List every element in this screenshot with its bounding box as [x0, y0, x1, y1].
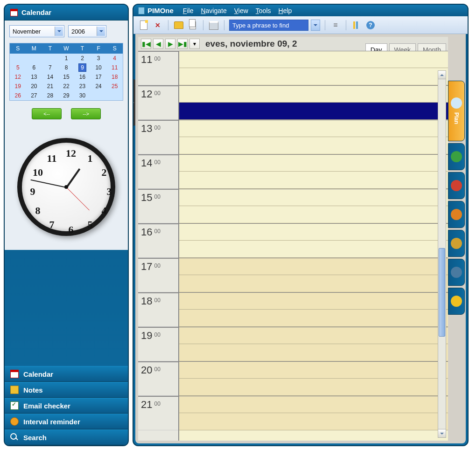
list-button[interactable] [330, 20, 341, 31]
menu-help[interactable]: Help [279, 7, 292, 14]
scroll-down-button[interactable] [438, 429, 446, 437]
time-slot[interactable] [179, 396, 448, 413]
open-button[interactable] [173, 20, 184, 31]
month-select[interactable]: November [9, 25, 64, 37]
scroll-thumb[interactable] [439, 248, 445, 337]
sidebar-item-search[interactable]: Search [5, 429, 128, 445]
cal-day[interactable]: 5 [10, 63, 26, 72]
right-tab-plan[interactable]: Plan [448, 81, 465, 141]
right-tab-doc[interactable] [448, 259, 465, 286]
time-slot[interactable] [179, 206, 448, 223]
mini-calendar[interactable]: SMTWTFS123456789101112131415161718192021… [9, 43, 123, 101]
sidebar-item-reminder[interactable]: Interval reminder [5, 414, 128, 429]
cal-day[interactable]: 23 [74, 82, 91, 91]
next-button[interactable]: ▶ [165, 39, 175, 49]
cal-day[interactable]: 22 [58, 82, 75, 91]
scrollbar[interactable] [438, 70, 446, 438]
print-button[interactable] [208, 20, 219, 31]
cal-day[interactable]: 21 [42, 82, 58, 91]
time-slot[interactable] [179, 275, 448, 292]
sidebar-item-notes[interactable]: Notes [5, 382, 128, 398]
cal-day[interactable]: 4 [106, 54, 123, 63]
menu-tools[interactable]: Tools [256, 7, 271, 14]
cal-day[interactable]: 13 [26, 72, 42, 82]
copy-button[interactable] [187, 20, 198, 31]
time-slot[interactable] [179, 120, 448, 137]
cal-day[interactable]: 9 [74, 63, 91, 72]
time-slot[interactable] [179, 379, 448, 396]
cal-day[interactable]: 25 [106, 82, 123, 91]
time-slot[interactable] [179, 292, 448, 310]
time-slot[interactable] [179, 154, 448, 172]
time-slot[interactable] [179, 137, 448, 154]
cal-day[interactable]: 12 [10, 72, 26, 82]
time-slot[interactable] [179, 68, 448, 85]
cal-day[interactable]: 15 [58, 72, 75, 82]
time-slot[interactable] [179, 310, 448, 327]
time-slot[interactable] [179, 189, 448, 206]
cal-day[interactable]: 28 [42, 91, 58, 100]
prev-month-button[interactable]: <-- [32, 108, 62, 119]
time-slot[interactable] [179, 344, 448, 361]
menu-file[interactable]: File [183, 7, 194, 14]
cal-day[interactable]: 11 [106, 63, 123, 72]
cal-day[interactable]: 20 [26, 82, 42, 91]
options-button[interactable] [351, 20, 362, 31]
right-tab-check[interactable] [448, 143, 465, 170]
time-slot[interactable] [179, 413, 448, 430]
right-tab-star[interactable] [448, 288, 465, 315]
right-tab-person-orange[interactable] [448, 201, 465, 228]
cal-day[interactable]: 26 [10, 91, 26, 100]
time-slot[interactable] [179, 103, 448, 120]
right-tab-lock[interactable] [448, 230, 465, 257]
time-slot[interactable] [179, 51, 448, 68]
last-button[interactable]: ▶▮ [177, 39, 188, 49]
cal-day[interactable]: 16 [74, 72, 91, 82]
chevron-down-icon[interactable] [97, 27, 105, 36]
help-button[interactable]: ? [365, 20, 376, 31]
chevron-down-icon[interactable] [55, 27, 63, 36]
right-tab-person-red[interactable] [448, 172, 465, 199]
time-slot[interactable] [179, 258, 448, 275]
cal-day[interactable] [42, 54, 58, 63]
cal-day[interactable]: 2 [74, 54, 91, 63]
cal-day[interactable]: 18 [106, 72, 123, 82]
cal-day[interactable] [26, 54, 42, 63]
cal-day[interactable]: 30 [74, 91, 91, 100]
new-button[interactable] [138, 20, 149, 31]
cal-day[interactable]: 8 [58, 63, 75, 72]
menu-view[interactable]: View [234, 7, 248, 14]
prev-button[interactable]: ◀ [153, 39, 163, 49]
cal-day[interactable]: 6 [26, 63, 42, 72]
cal-day[interactable]: 24 [91, 82, 107, 91]
cal-day[interactable]: 17 [91, 72, 107, 82]
filter-button[interactable]: ▾ [189, 39, 200, 49]
cal-day[interactable]: 3 [91, 54, 107, 63]
first-button[interactable]: ▮◀ [141, 39, 151, 49]
cal-day[interactable]: 19 [10, 82, 26, 91]
cal-day[interactable]: 1 [58, 54, 75, 63]
cal-day[interactable] [10, 54, 26, 63]
cal-day[interactable]: 7 [42, 63, 58, 72]
cal-day[interactable]: 10 [91, 63, 107, 72]
cal-day[interactable] [106, 91, 123, 100]
time-slot[interactable] [179, 361, 448, 379]
year-select[interactable]: 2006 [68, 25, 106, 37]
cal-day[interactable] [91, 91, 107, 100]
cal-day[interactable]: 14 [42, 72, 58, 82]
sidebar-item-email[interactable]: Email checker [5, 398, 128, 414]
next-month-button[interactable]: --> [71, 108, 101, 119]
search-input[interactable]: Type a phrase to find [229, 20, 308, 31]
scroll-up-button[interactable] [438, 71, 446, 79]
day-schedule[interactable]: 1100120013001400150016001700180019002000… [138, 51, 448, 441]
sidebar-item-calendar[interactable]: Calendar [5, 366, 128, 382]
menu-navigate[interactable]: Navigate [201, 7, 226, 14]
time-slot[interactable] [179, 327, 448, 344]
cal-day[interactable]: 29 [58, 91, 75, 100]
delete-button[interactable] [152, 20, 163, 31]
time-slot[interactable] [179, 223, 448, 241]
time-slot[interactable] [179, 85, 448, 103]
time-slot[interactable] [179, 172, 448, 189]
cal-day[interactable]: 27 [26, 91, 42, 100]
search-dropdown[interactable] [311, 20, 320, 31]
